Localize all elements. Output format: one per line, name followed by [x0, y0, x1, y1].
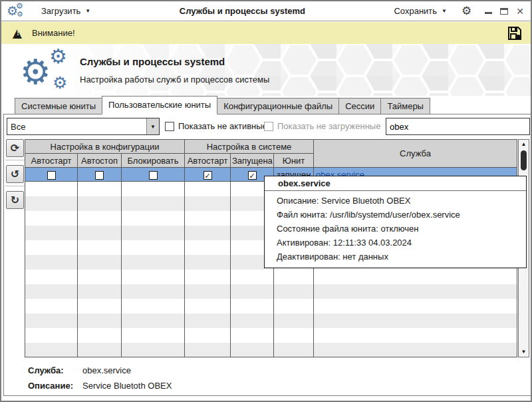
scrollbar-thumb[interactable] [521, 150, 527, 170]
close-button[interactable]: ✕ [516, 7, 524, 16]
tab-timers[interactable]: Таймеры [380, 98, 430, 114]
page-subtitle: Настройка работы служб и процессов систе… [80, 75, 269, 85]
tab-sessions[interactable]: Сессии [338, 98, 381, 114]
tab-config-files[interactable]: Конфигурационные файлы [217, 98, 339, 114]
tab-system-units[interactable]: Системные юниты [15, 98, 102, 114]
autostart-system-checkbox[interactable]: ✓ [203, 171, 212, 180]
tooltip-deactivated: Деактивирован: нет данных [265, 250, 526, 264]
tooltip-description: Описание: Service Bluetoth OBEX [265, 194, 526, 208]
table-row[interactable] [25, 313, 517, 328]
titlebar: ⚙ ⚙ ⚙ Загрузить ▼ Службы и процессы syst… [1, 1, 531, 21]
gear-icon: ⚙ [16, 2, 23, 10]
block-checkbox[interactable] [149, 171, 158, 180]
column-header-service: Служба [314, 140, 517, 168]
group-header-system: Настройка в системе [185, 140, 314, 154]
service-value: obex.service [82, 365, 131, 375]
description-label: Описание: [28, 381, 82, 391]
page-title: Службы и процессы systemd [80, 56, 225, 67]
window-title: Службы и процессы systemd [96, 6, 388, 16]
chevron-down-icon: ▼ [85, 9, 90, 14]
refresh-button[interactable]: ⟳ [6, 139, 24, 157]
warning-bar: ▲ ! Внимание! [1, 22, 531, 44]
service-tooltip: obex.service Описание: Service Bluetoth … [264, 176, 527, 268]
scope-combobox[interactable]: Все ▼ [7, 118, 160, 135]
tooltip-unit-file: Файл юнита: /usr/lib/systemd/user/obex.s… [265, 208, 526, 222]
show-unloaded-checkbox: Показать не загруженные [264, 121, 380, 131]
exclamation-glyph: ! [9, 28, 27, 37]
scroll-down-arrow[interactable]: ▼ [519, 347, 529, 357]
running-checkbox[interactable]: ✓ [248, 171, 257, 180]
tooltip-title: obex.service [265, 176, 526, 191]
checkbox-box [264, 122, 273, 131]
table-row[interactable] [25, 328, 517, 343]
minimize-button[interactable] [485, 12, 492, 14]
gear-icon: ⚙ [49, 47, 67, 67]
show-inactive-checkbox[interactable]: Показать не активные [165, 121, 267, 131]
gear-icon: ⚙ [53, 75, 67, 91]
show-inactive-label: Показать не активные [178, 121, 267, 131]
tooltip-body: Описание: Service Bluetoth OBEX Файл юни… [265, 191, 526, 268]
app-gears-icon: ⚙ ⚙ ⚙ [8, 3, 25, 19]
checkbox-box[interactable] [165, 122, 174, 131]
autostart-config-checkbox[interactable] [47, 171, 56, 180]
scroll-up-arrow[interactable]: ▲ [519, 140, 529, 149]
chevron-down-icon: ▼ [442, 9, 447, 14]
search-input[interactable] [386, 118, 530, 135]
service-label: Служба: [28, 365, 82, 375]
gear-icon: ⚙ [17, 11, 23, 18]
tab-bar: Системные юниты Пользовательские юниты К… [15, 96, 430, 114]
side-toolbar: ⟳ ↺ ↻ [5, 139, 25, 212]
load-dropdown-label: Загрузить [41, 6, 80, 16]
tooltip-unit-file-state: Состояние файла юнита: отключен [265, 222, 526, 236]
group-header-config: Настройка в конфигурации [25, 140, 185, 154]
table-row[interactable] [25, 270, 517, 284]
gear-icon: ⚙ [20, 55, 51, 89]
toolbar-separator [5, 160, 25, 160]
table-row[interactable] [25, 343, 517, 357]
warning-text: Внимание! [32, 28, 75, 38]
footer-description-line: Описание: Service Bluetoth OBEX [28, 381, 172, 391]
column-header-autostart-system: Автостарт [185, 154, 231, 168]
column-header-running: Запущена [231, 154, 274, 168]
tooltip-activated: Активирован: 12:11:33 04.03.2024 [265, 236, 526, 250]
reload-button[interactable]: ↻ [6, 191, 24, 209]
description-value: Service Bluetoth OBEX [82, 381, 172, 391]
column-header-block: Блокировать [122, 154, 185, 168]
app-gears-logo: ⚙ ⚙ ⚙ [20, 48, 77, 93]
history-button[interactable]: ↺ [6, 165, 24, 183]
toolbar-separator [5, 186, 25, 186]
footer-service-line: Служба: obex.service [28, 365, 131, 375]
header-banner: ⚙ ⚙ ⚙ Службы и процессы systemd Настройк… [1, 44, 531, 96]
table-row[interactable] [25, 284, 517, 299]
warning-triangle-icon: ▲ ! [9, 25, 27, 41]
column-header-unit: Юнит [274, 154, 314, 168]
app-window: ⚙ ⚙ ⚙ Загрузить ▼ Службы и процессы syst… [0, 0, 532, 402]
load-dropdown-button[interactable]: Загрузить ▼ [36, 3, 96, 19]
chevron-down-icon[interactable]: ▼ [146, 118, 159, 134]
save-dropdown-label: Сохранить [394, 6, 437, 16]
settings-gear-button[interactable]: ⚙ [462, 5, 471, 17]
scope-combobox-value: Все [7, 122, 146, 132]
save-dropdown-button[interactable]: Сохранить ▼ [388, 3, 452, 19]
table-row[interactable] [25, 299, 517, 313]
autostop-checkbox[interactable] [95, 171, 104, 180]
column-header-autostart-config: Автостарт [25, 154, 78, 168]
filter-row: Все ▼ Показать не активные Показать не з… [4, 118, 531, 136]
maximize-button[interactable] [500, 8, 508, 15]
tab-user-units[interactable]: Пользовательские юниты [102, 96, 217, 114]
column-header-autostop: Автостоп [78, 154, 122, 168]
table-header: Настройка в конфигурации Настройка в сис… [25, 140, 517, 168]
show-unloaded-label: Показать не загруженные [277, 121, 380, 131]
save-file-icon[interactable] [507, 25, 523, 41]
